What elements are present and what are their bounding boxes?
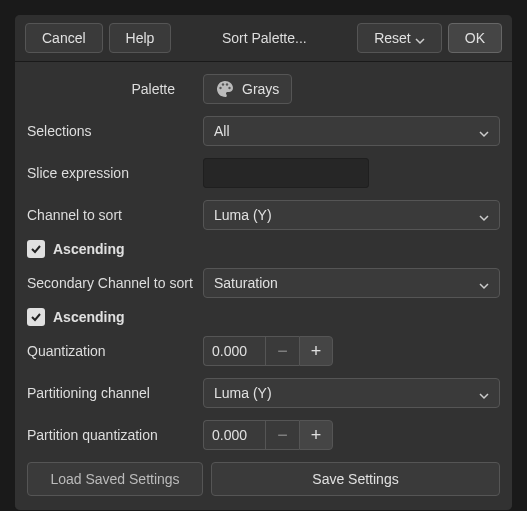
secondary-channel-label: Secondary Channel to sort [27,275,203,291]
reset-button[interactable]: Reset [357,23,442,53]
slice-expression-label: Slice expression [27,165,203,181]
partition-quantization-increment[interactable]: + [299,420,333,450]
help-button[interactable]: Help [109,23,172,53]
ascending-primary-checkbox[interactable] [27,240,45,258]
check-icon [30,243,42,255]
ascending-secondary-label: Ascending [53,309,125,325]
channel-to-sort-label: Channel to sort [27,207,203,223]
partitioning-channel-label: Partitioning channel [27,385,203,401]
partitioning-channel-value: Luma (Y) [214,385,272,401]
svg-point-1 [222,83,224,85]
palette-icon [216,80,234,98]
cancel-button[interactable]: Cancel [25,23,103,53]
channel-to-sort-select[interactable]: Luma (Y) [203,200,500,230]
footer-buttons: Load Saved Settings Save Settings [27,462,500,496]
ascending-primary-label: Ascending [53,241,125,257]
selections-label: Selections [27,123,203,139]
chevron-down-icon [479,278,489,288]
quantization-decrement[interactable]: − [265,336,299,366]
chevron-down-icon [479,210,489,220]
svg-point-2 [226,83,228,85]
palette-value: Grays [242,81,279,97]
quantization-input[interactable] [203,336,265,366]
load-saved-settings-button[interactable]: Load Saved Settings [27,462,203,496]
channel-to-sort-value: Luma (Y) [214,207,272,223]
ok-button[interactable]: OK [448,23,502,53]
sort-palette-dialog: Cancel Help Sort Palette... Reset OK Pal… [14,14,513,511]
save-settings-button[interactable]: Save Settings [211,462,500,496]
slice-expression-input[interactable] [203,158,369,188]
partition-quantization-label: Partition quantization [27,427,203,443]
partition-quantization-input[interactable] [203,420,265,450]
chevron-down-icon [479,126,489,136]
svg-point-3 [228,87,230,89]
check-icon [30,311,42,323]
quantization-label: Quantization [27,343,203,359]
secondary-channel-select[interactable]: Saturation [203,268,500,298]
ascending-secondary-checkbox[interactable] [27,308,45,326]
partition-quantization-spinner: − + [203,420,333,450]
reset-label: Reset [374,30,411,46]
chevron-down-icon [479,388,489,398]
partition-quantization-decrement[interactable]: − [265,420,299,450]
partitioning-channel-select[interactable]: Luma (Y) [203,378,500,408]
svg-point-0 [219,87,221,89]
palette-label: Palette [27,81,203,97]
chevron-down-icon [415,33,425,43]
secondary-channel-value: Saturation [214,275,278,291]
selections-select[interactable]: All [203,116,500,146]
selections-value: All [214,123,230,139]
dialog-title: Sort Palette... [177,30,351,46]
dialog-header: Cancel Help Sort Palette... Reset OK [15,15,512,62]
palette-selector[interactable]: Grays [203,74,292,104]
quantization-spinner: − + [203,336,333,366]
quantization-increment[interactable]: + [299,336,333,366]
dialog-body: Palette Grays Sele [15,62,512,510]
